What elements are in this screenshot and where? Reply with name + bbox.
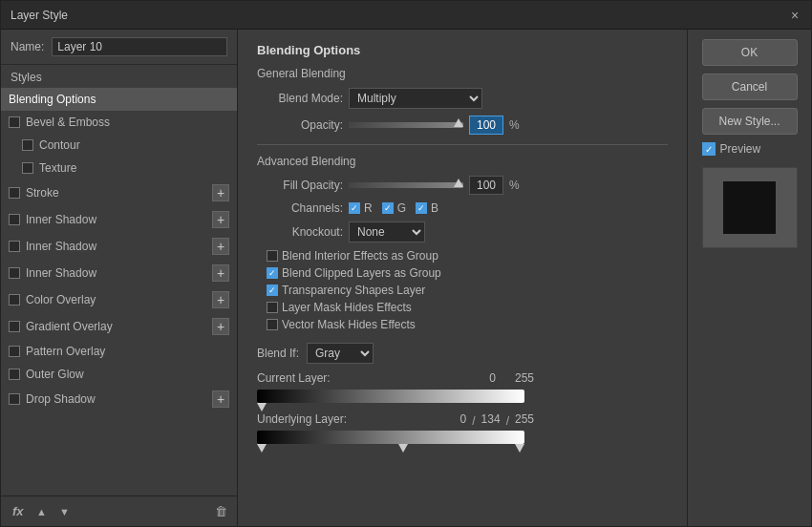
inner-shadow-2-checkbox[interactable] <box>9 241 20 252</box>
stroke-add-button[interactable]: + <box>212 184 229 201</box>
current-layer-thumb-left[interactable] <box>257 403 267 411</box>
gradient-overlay-add-button[interactable]: + <box>212 318 229 335</box>
vector-mask-checkbox[interactable] <box>267 319 278 330</box>
contour-label: Contour <box>39 138 80 152</box>
divider-1 <box>257 144 668 145</box>
sidebar-item-inner-shadow-3[interactable]: Inner Shadow + <box>1 260 237 286</box>
preview-checkbox[interactable] <box>702 142 716 156</box>
channel-b-checkbox[interactable] <box>416 202 427 214</box>
channel-g-checkbox[interactable] <box>382 202 394 214</box>
preview-inner <box>723 181 776 234</box>
close-button[interactable]: × <box>788 9 801 22</box>
fill-opacity-slider-track[interactable] <box>349 182 463 188</box>
fill-pct: % <box>509 179 520 192</box>
layer-style-dialog: Layer Style × Name: Styles Blending Opti… <box>0 0 812 527</box>
opacity-percent: % <box>509 118 520 132</box>
layer-mask-checkbox[interactable] <box>267 302 278 313</box>
underlying-layer-max: 255 <box>515 412 534 426</box>
channel-r-checkbox[interactable] <box>349 202 360 214</box>
general-blending-title: General Blending <box>257 67 668 80</box>
fill-opacity-input[interactable] <box>469 176 503 195</box>
sidebar-item-pattern-overlay[interactable]: Pattern Overlay <box>1 340 237 363</box>
bevel-emboss-checkbox[interactable] <box>9 116 20 128</box>
channel-b-label[interactable]: B <box>416 201 438 215</box>
blend-interior-checkbox[interactable] <box>267 250 278 262</box>
bevel-emboss-label: Bevel & Emboss <box>26 116 110 129</box>
sidebar-item-outer-glow[interactable]: Outer Glow <box>1 363 237 386</box>
current-layer-slider[interactable] <box>257 390 524 403</box>
color-overlay-checkbox[interactable] <box>9 294 20 306</box>
sidebar-item-contour[interactable]: Contour <box>1 134 237 157</box>
advanced-blending-title: Advanced Blending <box>257 155 668 168</box>
dialog-body: Name: Styles Blending Options Bevel & Em… <box>1 30 811 526</box>
stroke-checkbox[interactable] <box>9 187 20 199</box>
opacity-slider-track[interactable] <box>349 122 463 128</box>
underlying-layer-section: Underlying Layer: 0 / 134 / 255 <box>257 412 668 444</box>
sidebar-item-stroke[interactable]: Stroke + <box>1 179 237 206</box>
inner-shadow-1-add-button[interactable]: + <box>212 211 229 228</box>
texture-checkbox[interactable] <box>22 162 33 174</box>
sidebar-item-inner-shadow-1[interactable]: Inner Shadow + <box>1 206 237 233</box>
blend-interior-text: Blend Interior Effects as Group <box>282 249 438 263</box>
inner-shadow-1-checkbox[interactable] <box>9 214 20 225</box>
blending-options-label: Blending Options <box>9 93 96 106</box>
channel-r-label[interactable]: R <box>349 201 373 215</box>
blend-clipped-checkbox[interactable] <box>267 267 278 279</box>
sidebar-item-gradient-overlay[interactable]: Gradient Overlay + <box>1 313 237 340</box>
transparency-shapes-text: Transparency Shapes Layer <box>282 284 425 297</box>
outer-glow-checkbox[interactable] <box>9 369 20 380</box>
inner-shadow-3-add-button[interactable]: + <box>212 264 229 282</box>
contour-checkbox[interactable] <box>22 139 33 151</box>
move-up-button[interactable]: ▲ <box>33 503 51 520</box>
underlying-layer-thumb-mid[interactable] <box>398 444 408 453</box>
transparency-shapes-checkbox[interactable] <box>267 285 278 296</box>
pattern-overlay-label: Pattern Overlay <box>26 345 105 358</box>
sidebar-item-texture[interactable]: Texture <box>1 157 237 179</box>
cancel-button[interactable]: Cancel <box>702 74 798 100</box>
sidebar-item-drop-shadow[interactable]: Drop Shadow + <box>1 386 237 412</box>
current-layer-section: Current Layer: 0 255 <box>257 371 668 403</box>
blend-if-select[interactable]: Gray Red Green Blue <box>307 343 374 364</box>
blending-options-title: Blending Options <box>257 43 668 57</box>
blend-clipped-label[interactable]: Blend Clipped Layers as Group <box>267 266 668 280</box>
name-row: Name: <box>1 30 237 65</box>
underlying-layer-thumb-right[interactable] <box>515 444 524 453</box>
move-down-button[interactable]: ▼ <box>56 503 74 520</box>
sidebar-item-blending-options[interactable]: Blending Options <box>1 88 237 111</box>
underlying-layer-gradient <box>257 431 524 444</box>
sidebar-item-color-overlay[interactable]: Color Overlay + <box>1 286 237 313</box>
opacity-slider-thumb[interactable] <box>454 118 463 127</box>
delete-button[interactable]: 🗑 <box>212 503 229 520</box>
name-input[interactable] <box>52 37 227 56</box>
underlying-layer-thumb-left[interactable] <box>257 444 267 453</box>
vector-mask-label[interactable]: Vector Mask Hides Effects <box>267 318 668 331</box>
inner-shadow-3-checkbox[interactable] <box>9 267 20 279</box>
fill-opacity-slider-thumb[interactable] <box>454 179 463 187</box>
color-overlay-label: Color Overlay <box>26 293 96 306</box>
channel-r-text: R <box>364 201 373 215</box>
blend-mode-select[interactable]: Multiply Normal Dissolve <box>349 88 482 109</box>
drop-shadow-checkbox[interactable] <box>9 393 20 405</box>
knockout-select[interactable]: None Shallow Deep <box>349 221 425 242</box>
channel-g-label[interactable]: G <box>382 201 406 215</box>
underlying-layer-slider[interactable] <box>257 431 524 444</box>
bottom-toolbar: fx ▲ ▼ 🗑 <box>1 495 237 526</box>
gradient-overlay-label: Gradient Overlay <box>26 320 113 333</box>
opacity-row: Opacity: % <box>257 116 668 135</box>
transparency-shapes-label[interactable]: Transparency Shapes Layer <box>267 284 668 297</box>
blend-interior-label[interactable]: Blend Interior Effects as Group <box>267 249 668 263</box>
color-overlay-add-button[interactable]: + <box>212 291 229 308</box>
drop-shadow-add-button[interactable]: + <box>212 390 229 408</box>
inner-shadow-2-add-button[interactable]: + <box>212 238 229 255</box>
pattern-overlay-checkbox[interactable] <box>9 346 20 357</box>
options-group: Blend Interior Effects as Group Blend Cl… <box>267 249 668 331</box>
fx-button[interactable]: fx <box>9 502 28 520</box>
gradient-overlay-checkbox[interactable] <box>9 321 20 332</box>
layer-mask-label[interactable]: Layer Mask Hides Effects <box>267 301 668 314</box>
ok-button[interactable]: OK <box>702 39 798 66</box>
opacity-input[interactable] <box>469 116 503 135</box>
inner-shadow-3-label: Inner Shadow <box>26 266 96 280</box>
new-style-button[interactable]: New Style... <box>702 108 798 135</box>
sidebar-item-bevel-emboss[interactable]: Bevel & Emboss <box>1 111 237 134</box>
sidebar-item-inner-shadow-2[interactable]: Inner Shadow + <box>1 233 237 260</box>
